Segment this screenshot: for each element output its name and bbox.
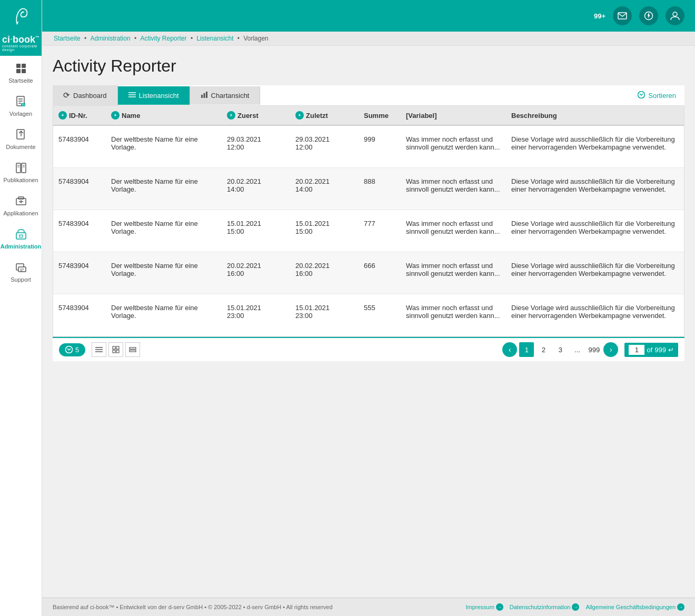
next-page-button[interactable]: › <box>603 342 618 357</box>
td-name: Der weltbeste Name für eine Vorlage. <box>106 252 222 294</box>
th-name[interactable]: + Name <box>106 106 222 125</box>
td-variabel: Was immer noch erfasst und sinnvoll genu… <box>401 210 506 252</box>
td-beschreibung: Diese Vorlage wird ausschließlich für di… <box>506 126 684 167</box>
td-variabel: Was immer noch erfasst und sinnvoll genu… <box>401 252 506 294</box>
td-beschreibung: Diese Vorlage wird ausschließlich für di… <box>506 210 684 252</box>
breadcrumb-activity-reporter[interactable]: Activity Reporter <box>141 35 187 42</box>
td-name: Der weltbeste Name für eine Vorlage. <box>106 210 222 252</box>
sidebar-label-support: Support <box>11 276 31 283</box>
compass-icon[interactable] <box>639 6 658 25</box>
sort-label: Sortieren <box>648 92 676 100</box>
sidebar-label-publikationen: Publikationen <box>3 177 38 183</box>
th-variabel: [Variabel] <box>401 106 506 125</box>
table-row[interactable]: 57483904Der weltbeste Name für eine Vorl… <box>53 168 684 210</box>
datenschutz-link[interactable]: Datenschutzinformation → <box>510 603 580 611</box>
sidebar-label-vorlagen: Vorlagen <box>9 111 32 117</box>
sort-button[interactable]: Sortieren <box>629 87 684 104</box>
page-999-button[interactable]: 999 <box>587 342 601 357</box>
breadcrumb-administration[interactable]: Administration <box>91 35 131 42</box>
sidebar-label-dokumente: Dokumente <box>6 144 35 150</box>
sidebar-item-publikationen[interactable]: Publikationen <box>0 155 42 188</box>
svg-rect-2 <box>16 69 21 73</box>
svg-rect-10 <box>17 130 24 139</box>
brand-name: ci·book™ <box>2 35 39 44</box>
th-id-label: ID-Nr. <box>69 112 87 120</box>
svg-rect-39 <box>206 92 207 98</box>
svg-rect-47 <box>113 350 115 353</box>
page-size-value: 5 <box>75 346 79 354</box>
svg-rect-46 <box>116 346 119 349</box>
tab-listenansicht[interactable]: Listenansicht <box>118 86 190 105</box>
td-zuletzt: 29.03.2021 12:00 <box>290 126 359 167</box>
td-summe: 999 <box>359 126 401 167</box>
td-summe: 555 <box>359 294 401 336</box>
svg-rect-45 <box>113 346 115 349</box>
sidebar-item-vorlagen[interactable]: Rx Vorlagen <box>0 89 42 122</box>
th-zuerst[interactable]: + Zuerst <box>222 106 290 125</box>
page-1-button[interactable]: 1 <box>519 342 534 357</box>
svg-rect-1 <box>22 64 26 68</box>
page-3-button[interactable]: 3 <box>553 342 568 357</box>
svg-rect-0 <box>16 64 21 68</box>
breadcrumb-listenansicht[interactable]: Listenansicht <box>196 35 233 42</box>
th-zuerst-sort-icon: + <box>227 111 235 120</box>
td-beschreibung: Diese Vorlage wird ausschließlich für di… <box>506 252 684 294</box>
view-compact-button[interactable] <box>125 342 140 357</box>
th-summe: Summe <box>359 106 401 125</box>
table-header: + ID-Nr. + Name + Zuerst + Zuletzt Summe <box>53 106 684 126</box>
support-icon <box>14 260 28 275</box>
th-zuletzt-label: Zuletzt <box>306 112 328 120</box>
of-label: of <box>647 346 652 354</box>
svg-text:Rx: Rx <box>22 103 25 106</box>
page-ellipsis: ... <box>570 342 584 357</box>
td-variabel: Was immer noch erfasst und sinnvoll genu… <box>401 168 506 210</box>
svg-point-33 <box>673 12 677 16</box>
svg-rect-13 <box>22 163 26 173</box>
sidebar-item-support[interactable]: Support <box>0 255 42 288</box>
td-id: 57483904 <box>53 294 106 336</box>
view-list-button[interactable] <box>92 342 106 357</box>
sidebar-item-applikationen[interactable]: Applikationen <box>0 188 42 222</box>
page-2-button[interactable]: 2 <box>536 342 551 357</box>
table-row[interactable]: 57483904Der weltbeste Name für eine Vorl… <box>53 294 684 336</box>
svg-rect-50 <box>130 350 136 352</box>
view-grid-button[interactable] <box>108 342 123 357</box>
breadcrumb: Startseite • Administration • Activity R… <box>42 32 695 46</box>
tab-chartansicht[interactable]: Chartansicht <box>190 86 261 105</box>
pagination-pages: ‹ 1 2 3 ... 999 › of 999 ↵ <box>502 342 678 357</box>
th-zuletzt[interactable]: + Zuletzt <box>290 106 359 125</box>
user-icon[interactable] <box>666 6 684 25</box>
prev-page-button[interactable]: ‹ <box>502 342 517 357</box>
page-jump-input[interactable] <box>629 345 644 355</box>
table-row[interactable]: 57483904Der weltbeste Name für eine Vorl… <box>53 126 684 168</box>
impressum-label: Impressum <box>465 604 494 610</box>
svg-rect-49 <box>130 347 136 349</box>
brand-area: ci·book™ constant corporate design <box>0 32 42 56</box>
logo-area <box>0 0 42 32</box>
dokumente-icon <box>14 127 28 142</box>
td-zuletzt: 15.01.2021 15:00 <box>290 210 359 252</box>
th-id[interactable]: + ID-Nr. <box>53 106 106 125</box>
td-id: 57483904 <box>53 210 106 252</box>
table-row[interactable]: 57483904Der weltbeste Name für eine Vorl… <box>53 210 684 252</box>
table-row[interactable]: 57483904Der weltbeste Name für eine Vorl… <box>53 252 684 294</box>
page-input-group: of 999 ↵ <box>624 343 678 357</box>
enter-icon[interactable]: ↵ <box>668 346 674 354</box>
page-size-button[interactable]: 5 <box>59 343 85 356</box>
page-title: Activity Reporter <box>53 56 684 76</box>
email-icon[interactable] <box>613 6 632 25</box>
agb-link[interactable]: Allgemeine Geschäftsbedingungen → <box>585 603 684 611</box>
svg-rect-48 <box>116 350 119 353</box>
breadcrumb-startseite[interactable]: Startseite <box>54 35 81 42</box>
impressum-link[interactable]: Impressum → <box>465 603 503 611</box>
tab-dashboard[interactable]: ⟳ Dashboard <box>53 85 118 105</box>
applikationen-icon <box>14 194 28 208</box>
sidebar-item-administration[interactable]: Administration <box>0 222 42 255</box>
vorlagen-icon: Rx <box>14 94 28 109</box>
chartansicht-tab-icon <box>201 92 208 100</box>
agb-label: Allgemeine Geschäftsbedingungen <box>585 604 676 610</box>
td-variabel: Was immer noch erfasst und sinnvoll genu… <box>401 294 506 336</box>
sidebar-item-startseite[interactable]: Startseite <box>0 56 42 89</box>
td-zuerst: 20.02.2021 16:00 <box>222 252 290 294</box>
sidebar-item-dokumente[interactable]: Dokumente <box>0 122 42 155</box>
